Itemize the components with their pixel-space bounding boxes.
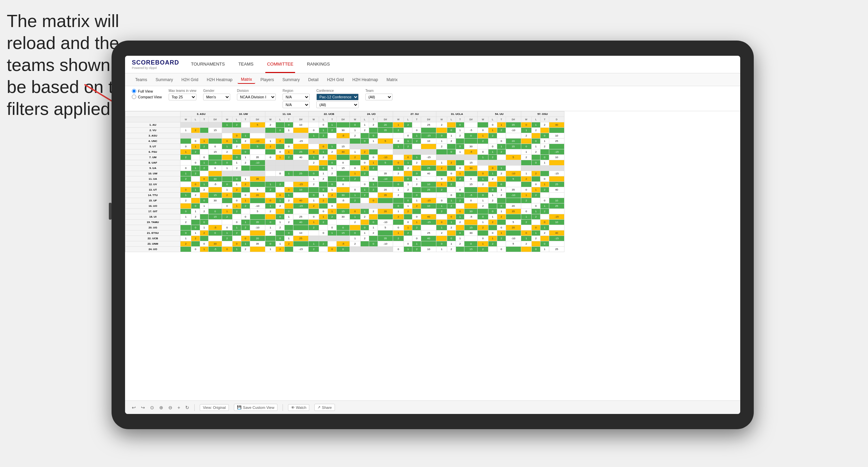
matrix-cell: 25	[549, 203, 564, 209]
redo-icon[interactable]: ↪	[141, 405, 145, 410]
matrix-cell	[421, 225, 436, 230]
matrix-cell	[265, 149, 276, 155]
matrix-cell: 2	[233, 187, 241, 193]
matrix-cell: 2	[360, 171, 369, 176]
matrix-cell: 1	[478, 176, 488, 182]
undo-icon[interactable]: ↩	[132, 405, 136, 410]
matrix-cell: 0	[436, 198, 447, 203]
matrix-cell	[349, 144, 360, 149]
matrix-cell	[506, 160, 521, 166]
matrix-cell	[447, 230, 456, 236]
matrix-cell: 0	[497, 139, 506, 144]
matrix-cell: 1	[360, 122, 369, 128]
sub-nav-h2h-grid[interactable]: H2H Grid	[178, 76, 202, 83]
matrix-cell: 2	[180, 198, 191, 203]
gender-select[interactable]: Men's Women's	[203, 94, 230, 100]
compact-view-input[interactable]	[132, 95, 136, 99]
full-view-radio[interactable]: Full View	[132, 89, 162, 93]
matrix-cell	[233, 236, 241, 241]
matrix-cell: 35	[506, 122, 521, 128]
team-select[interactable]: (All)	[365, 94, 392, 100]
sub-nav-detail[interactable]: Detail	[305, 76, 322, 83]
matrix-cell: 2	[241, 182, 250, 187]
matrix-cell: 30	[336, 214, 349, 220]
col-header-uw: 10. UW	[222, 112, 265, 117]
sub-nav-summary2[interactable]: Summary	[279, 76, 303, 83]
matrix-cell: 1	[521, 193, 532, 198]
matrix-cell	[404, 149, 412, 155]
region-sub-select[interactable]: N/A	[283, 101, 310, 108]
matrix-cell: 15	[336, 230, 349, 236]
matrix-cell: 2	[447, 139, 456, 144]
sub-nav-summary[interactable]: Summary	[152, 76, 176, 83]
matrix-cell: 1	[532, 209, 540, 214]
nav-item-committee[interactable]: COMMITTEE	[265, 56, 295, 73]
matrix-cell: 2	[532, 149, 540, 155]
matrix-cell	[250, 149, 265, 155]
matrix-cell	[436, 193, 447, 198]
conference-sub-select[interactable]: (All)	[316, 101, 359, 108]
max-teams-select[interactable]: Top 25 Top 50 All	[169, 94, 196, 100]
sub-h-ucb-l: L	[319, 117, 328, 122]
matrix-cell	[336, 155, 349, 160]
matrix-cell: 2	[521, 198, 532, 203]
refresh-icon[interactable]: ⊙	[150, 405, 154, 410]
matrix-cell	[265, 193, 276, 198]
matrix-cell	[421, 128, 436, 133]
matrix-cell: 0	[200, 220, 209, 225]
sub-nav-h2h-heatmap2[interactable]: H2H Heatmap	[349, 76, 381, 83]
watch-btn[interactable]: 👁 Watch	[288, 404, 310, 411]
save-custom-btn[interactable]: 💾 Save Custom View	[234, 404, 278, 411]
sub-nav-matrix2[interactable]: Matrix	[383, 76, 401, 83]
matrix-area[interactable]: 3. ASU 10. UW 11. UA 22. UCB 24. UO 27. …	[125, 111, 740, 400]
matrix-cell	[293, 193, 308, 198]
matrix-cell	[549, 209, 564, 214]
add-icon[interactable]: +	[177, 405, 180, 410]
matrix-cell	[308, 236, 319, 241]
matrix-cell	[378, 214, 393, 220]
team-label: 9. UA	[125, 166, 180, 171]
region-select[interactable]: N/A East West South Midwest	[283, 94, 310, 100]
matrix-cell: 2	[497, 171, 506, 176]
division-select[interactable]: NCAA Division I NCAA Division II NCAA Di…	[237, 94, 276, 100]
matrix-cell	[412, 187, 421, 193]
matrix-cell	[222, 133, 233, 139]
matrix-cell: 0	[488, 209, 497, 214]
conference-select[interactable]: Pac-12 Conference ACC Big Ten SEC (All)	[316, 94, 359, 100]
matrix-cell: 2	[233, 209, 241, 214]
sub-nav-players[interactable]: Players	[257, 76, 277, 83]
matrix-cell: 2	[319, 155, 328, 160]
matrix-cell: 0	[276, 128, 285, 133]
matrix-cell: 0	[369, 241, 378, 247]
matrix-cell: 0	[532, 160, 540, 166]
sub-nav-h2h-heatmap[interactable]: H2H Heatmap	[203, 76, 236, 83]
tablet-side-button[interactable]	[109, 203, 112, 220]
conference-label: Conference	[316, 89, 359, 93]
full-view-input[interactable]	[132, 89, 136, 93]
nav-item-rankings[interactable]: RANKINGS	[305, 56, 332, 73]
matrix-cell	[308, 122, 319, 128]
nav-item-tournaments[interactable]: TOURNAMENTS	[189, 56, 226, 73]
matrix-cell: 35	[250, 220, 265, 225]
sub-nav-matrix[interactable]: Matrix	[238, 76, 256, 84]
reset-icon[interactable]: ↻	[185, 405, 189, 410]
matrix-cell	[293, 144, 308, 149]
matrix-cell: 0	[488, 187, 497, 193]
zoom-out-icon[interactable]: ⊖	[168, 405, 172, 410]
matrix-cell	[209, 155, 222, 160]
view-original-btn[interactable]: View: Original	[200, 404, 229, 411]
sub-nav-h2h-grid2[interactable]: H2H Grid	[323, 76, 347, 83]
matrix-cell: 1	[360, 209, 369, 214]
matrix-cell: 0	[285, 230, 293, 236]
matrix-cell: 1	[436, 203, 447, 209]
matrix-cell: 2	[233, 122, 241, 128]
sub-nav-teams[interactable]: Teams	[132, 76, 150, 83]
zoom-in-icon[interactable]: ⊕	[159, 405, 163, 410]
compact-view-radio[interactable]: Compact View	[132, 95, 162, 99]
matrix-cell	[404, 171, 412, 176]
nav-item-teams[interactable]: TEAMS	[237, 56, 255, 73]
matrix-cell: 0	[464, 241, 478, 247]
matrix-cell: 10	[293, 122, 308, 128]
table-row: 7. UM200135012401220-1001-151252010	[125, 155, 564, 160]
share-btn[interactable]: ↗ Share	[314, 404, 335, 411]
